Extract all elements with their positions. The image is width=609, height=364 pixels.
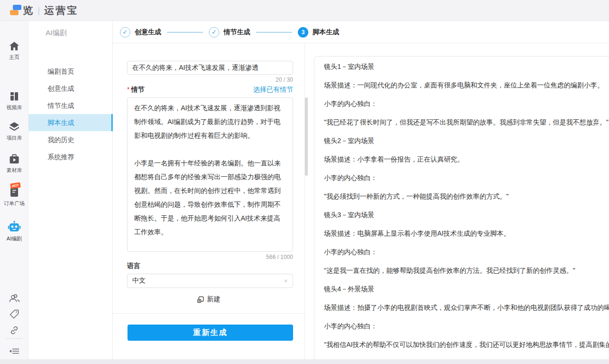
app-window: 览 | 运营宝 主页 视频库 项目库 — [0, 0, 609, 364]
submenu-panel: AI编剧 编剧首页 创意生成 情节生成 脚本生成 我的历史 系统推荐 — [29, 21, 113, 364]
title-input[interactable] — [127, 61, 293, 75]
rail-item-label: 主页 — [9, 54, 20, 61]
script-line: "这是我一直在找的，能够帮助我提高创作效率的方法。我已经找到了新的创作灵感。" — [324, 261, 609, 280]
plot-label: *情节 — [127, 85, 144, 94]
rail-item-label: 素材库 — [7, 167, 22, 174]
rail-footer-collapse[interactable] — [0, 346, 29, 356]
script-line: "我相信AI技术的帮助不仅可以加快我们的创作速度，我们还可以更好地构思故事情节，… — [324, 335, 609, 354]
step-3-label: 脚本生成 — [313, 28, 339, 37]
generation-form: 20 / 30 *情节 选择已有情节 在不久的将来，AI技术飞速发展，逐渐渗透到… — [113, 43, 304, 364]
rail-item-project-library[interactable]: 项目库 — [0, 122, 29, 142]
rail-footer-contacts[interactable] — [0, 293, 29, 303]
rail-item-ai-screenwriter[interactable]: AI编剧 — [0, 220, 29, 242]
language-selected-value: 中文 — [132, 277, 146, 285]
project-library-icon — [9, 122, 20, 132]
chevron-down-icon: ∨ — [284, 278, 288, 283]
video-library-icon — [9, 91, 20, 102]
step-2-label: 情节生成 — [224, 28, 250, 37]
choose-existing-plot-link[interactable]: 选择已有情节 — [253, 86, 293, 94]
script-line: 场景描述：电脑屏幕上显示着小李使用AI技术生成的专业脚本。 — [324, 224, 609, 243]
submenu-item-system-recommend[interactable]: 系统推荐 — [29, 148, 113, 165]
script-line: 镜头4－外景场景 — [324, 280, 609, 298]
column-divider — [304, 43, 305, 364]
app-logo[interactable]: 览 | 运营宝 — [10, 4, 79, 17]
submenu-item-plot-generation[interactable]: 情节生成 — [29, 97, 113, 114]
script-line: 场景描述：拍摄了小李的电视剧首映式，观众们掌声不断，小李和他的电视剧团队获得了成… — [324, 298, 609, 317]
rail-item-asset-library[interactable]: 素材库 — [0, 154, 29, 174]
rail-item-home[interactable]: 主页 — [0, 41, 29, 61]
language-select[interactable]: 中文 ∨ — [127, 274, 293, 288]
user-group-icon — [9, 293, 20, 303]
step-connector — [256, 32, 292, 33]
regenerate-button[interactable]: 重新生成 — [128, 325, 293, 341]
script-line: 镜头2－室内场景 — [324, 132, 609, 150]
script-line: 场景描述：一间现代化的办公室，桌面有很多电脑和文件夹，座位上坐着一位焦虑的编剧小… — [324, 76, 609, 95]
link-icon — [9, 325, 20, 335]
rail-divider — [6, 338, 23, 339]
new-button-label: 新建 — [207, 295, 220, 304]
rail-footer-links[interactable] — [0, 325, 29, 335]
step-2-check-icon: ✓ — [209, 27, 219, 38]
submenu-item-idea-generation[interactable]: 创意生成 — [29, 80, 113, 97]
icon-rail: 主页 视频库 项目库 素材库 — [0, 21, 29, 364]
vertical-scrollbar-thumb[interactable] — [305, 97, 308, 176]
new-button[interactable]: 新建 — [113, 295, 304, 304]
required-mark: * — [127, 86, 129, 93]
submenu-item-script-generation[interactable]: 脚本生成 — [29, 114, 113, 131]
script-line: 场景描述：小李拿着一份报告，正在认真研究。 — [324, 150, 609, 169]
script-line: "我必须找到一种新的方式，一种能提高我的创作效率的方式。" — [324, 187, 609, 206]
top-bar: 览 | 运营宝 — [0, 0, 609, 21]
collapse-sidebar-icon — [8, 346, 20, 356]
script-line: 小李的内心独白： — [324, 317, 609, 335]
stepper-bar: ✓ 创意生成 ✓ 情节生成 3 脚本生成 — [113, 21, 609, 43]
rail-item-video-library[interactable]: 视频库 — [0, 91, 29, 111]
logo-divider: | — [38, 6, 40, 16]
script-output-panel: 镜头1－室内场景 场景描述：一间现代化的办公室，桌面有很多电脑和文件夹，座位上坐… — [314, 56, 609, 364]
language-label: 语言 — [127, 262, 140, 270]
rail-item-label: 视频库 — [7, 104, 22, 111]
title-char-counter: 20 / 30 — [127, 77, 293, 83]
submenu-title: AI编剧 — [46, 29, 67, 38]
plot-textarea[interactable]: 在不久的将来，AI技术飞速发展，逐渐渗透到影视制作领域。AI编剧成为了最新的流行… — [127, 97, 293, 252]
tag-icon — [9, 309, 20, 319]
submenu-item-my-history[interactable]: 我的历史 — [29, 131, 113, 148]
form-divider — [113, 313, 304, 314]
rail-item-order-plaza[interactable]: HOT 订单广场 — [0, 186, 29, 207]
asset-library-icon — [9, 154, 20, 164]
plot-char-counter: 566 / 1000 — [127, 254, 293, 260]
new-document-icon — [197, 296, 204, 303]
app-name: 运营宝 — [44, 4, 79, 17]
rail-footer-tags[interactable] — [0, 309, 29, 319]
ai-robot-icon — [8, 220, 21, 233]
step-1-label: 创意生成 — [135, 28, 161, 37]
script-line: "我已经花了很长时间了，但我还是写不出我所期望的故事。我感到非常失望，但是我不想… — [324, 113, 609, 132]
step-3-number: 3 — [298, 27, 308, 38]
submenu-item-editor-home[interactable]: 编剧首页 — [29, 63, 113, 80]
script-line: 小李的内心独白： — [324, 243, 609, 261]
script-line: 小李的内心独白： — [324, 169, 609, 187]
script-line: 镜头1－室内场景 — [324, 57, 609, 76]
rail-item-label: 订单广场 — [4, 200, 25, 207]
step-1-check-icon: ✓ — [120, 27, 130, 38]
horizontal-scrollbar[interactable] — [0, 359, 609, 364]
logo-icon — [10, 4, 22, 17]
script-line: 小李的内心独白： — [324, 95, 609, 113]
home-icon — [9, 41, 20, 51]
logo-glyph: 览 — [23, 4, 33, 17]
rail-item-label: AI编剧 — [7, 235, 22, 242]
script-line: 镜头3－室内场景 — [324, 206, 609, 224]
step-connector — [167, 32, 203, 33]
rail-item-label: 项目库 — [7, 134, 22, 142]
